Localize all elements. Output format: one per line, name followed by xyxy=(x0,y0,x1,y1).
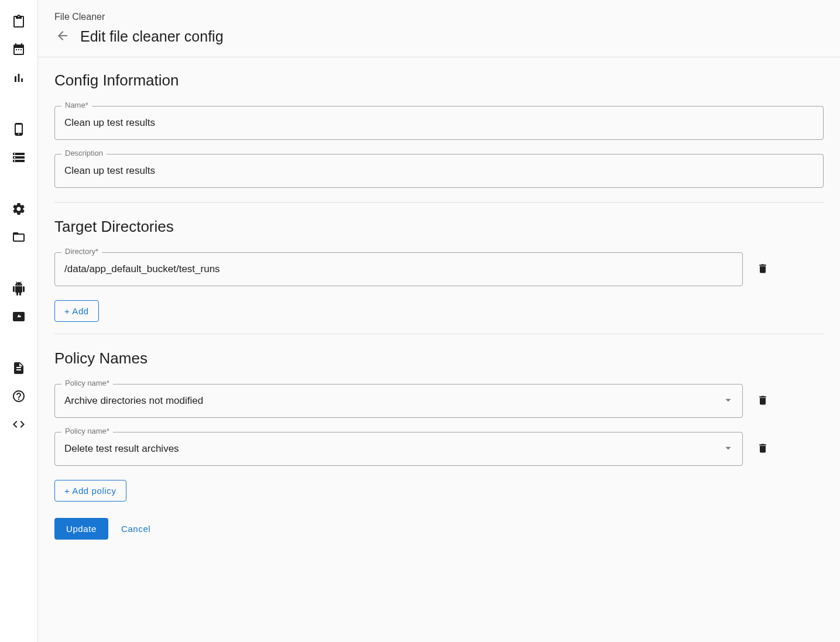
nav-document[interactable] xyxy=(5,355,33,383)
nav-code[interactable] xyxy=(5,411,33,439)
policy-label-0: Policy name* xyxy=(61,379,113,387)
add-policy-button[interactable]: + Add policy xyxy=(54,480,126,502)
delete-policy-button-1[interactable] xyxy=(753,440,772,458)
policy-select-1[interactable]: Delete test result archives xyxy=(54,432,743,466)
policy-select-0[interactable]: Archive directories not modified xyxy=(54,384,743,418)
directory-label: Directory* xyxy=(61,248,102,255)
section-target-directories: Target Directories xyxy=(54,218,824,236)
clipboard-icon xyxy=(12,15,26,30)
policy-label-1: Policy name* xyxy=(61,427,113,435)
delete-directory-button[interactable] xyxy=(753,260,772,279)
nav-settings[interactable] xyxy=(5,195,33,224)
add-directory-button[interactable]: + Add xyxy=(54,300,99,322)
policy-select-value-1: Delete test result archives xyxy=(64,443,179,455)
code-icon xyxy=(12,417,26,433)
android-icon xyxy=(12,281,26,297)
nav-chart[interactable] xyxy=(5,64,33,92)
nav-calendar[interactable] xyxy=(5,36,33,64)
document-icon xyxy=(12,361,26,377)
page-header: File Cleaner Edit file cleaner config xyxy=(38,0,840,57)
phone-icon xyxy=(12,122,26,138)
divider xyxy=(54,202,824,202)
gear-icon xyxy=(12,202,26,218)
bar-chart-icon xyxy=(12,71,26,87)
update-button[interactable]: Update xyxy=(54,518,108,540)
description-label: Description xyxy=(61,149,107,157)
nav-storage[interactable] xyxy=(5,144,33,172)
folder-icon xyxy=(12,230,26,246)
nav-activity[interactable] xyxy=(5,303,33,331)
arrow-back-icon xyxy=(56,29,70,44)
sidebar xyxy=(0,0,38,642)
trash-icon xyxy=(757,394,769,408)
back-button[interactable] xyxy=(54,29,71,45)
name-label: Name* xyxy=(61,101,92,109)
name-input[interactable] xyxy=(54,106,824,140)
nav-android[interactable] xyxy=(5,275,33,303)
nav-phone[interactable] xyxy=(5,116,33,144)
help-icon xyxy=(12,389,26,405)
section-policy-names: Policy Names xyxy=(54,349,824,368)
trash-icon xyxy=(757,442,769,456)
calendar-icon xyxy=(12,43,26,59)
breadcrumb: File Cleaner xyxy=(54,12,824,22)
storage-icon xyxy=(12,150,26,166)
divider xyxy=(54,334,824,334)
section-config-info: Config Information xyxy=(54,71,824,90)
policy-select-value-0: Archive directories not modified xyxy=(64,395,203,407)
page-title: Edit file cleaner config xyxy=(80,28,224,45)
trash-icon xyxy=(757,263,769,276)
nav-folder[interactable] xyxy=(5,224,33,252)
nav-help[interactable] xyxy=(5,383,33,411)
cancel-button[interactable]: Cancel xyxy=(114,518,157,540)
activity-icon xyxy=(12,310,26,325)
description-input[interactable] xyxy=(54,154,824,188)
delete-policy-button-0[interactable] xyxy=(753,392,772,410)
nav-clipboard[interactable] xyxy=(5,8,33,36)
directory-input[interactable] xyxy=(54,252,743,286)
